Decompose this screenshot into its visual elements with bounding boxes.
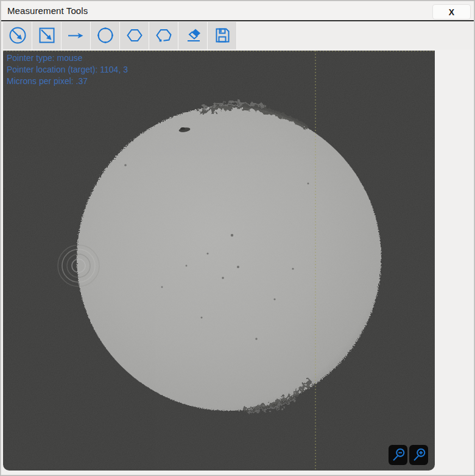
microns-per-pixel-text: Microns per pixel: .37 bbox=[7, 76, 128, 87]
magnifier-minus-icon bbox=[390, 447, 407, 464]
save-tool-button[interactable] bbox=[208, 22, 237, 49]
window-title: Measurement Tools bbox=[7, 5, 88, 16]
magnifier-plus-icon bbox=[410, 447, 427, 464]
eraser-icon bbox=[183, 26, 203, 45]
circle-diagonal-arrow-icon bbox=[8, 26, 27, 45]
open-polygon-tool-button[interactable] bbox=[149, 22, 178, 49]
open-polygon-icon bbox=[154, 26, 174, 45]
pointer-location-text: Pointer location (target): 1104, 3 bbox=[7, 64, 128, 76]
zoom-controls bbox=[389, 445, 428, 465]
line-measure-tool-button[interactable] bbox=[62, 22, 91, 49]
circle-tool-button[interactable] bbox=[91, 22, 120, 49]
zoom-out-button[interactable] bbox=[389, 445, 407, 465]
status-overlay: Pointer type: mouse Pointer location (ta… bbox=[7, 52, 128, 87]
square-diagonal-arrow-icon bbox=[37, 26, 57, 45]
arrow-right-icon bbox=[66, 26, 86, 45]
hexagon-icon bbox=[125, 26, 144, 45]
image-canvas[interactable]: Pointer type: mouse Pointer location (ta… bbox=[3, 51, 435, 471]
eraser-tool-button[interactable] bbox=[178, 22, 208, 49]
close-button[interactable]: X bbox=[432, 4, 471, 20]
measurement-tools-window: Measurement Tools X bbox=[1, 1, 474, 475]
circle-diameter-tool-button[interactable] bbox=[3, 22, 32, 49]
pointer-type-text: Pointer type: mouse bbox=[7, 52, 128, 64]
microscope-image bbox=[3, 51, 435, 471]
polygon-tool-button[interactable] bbox=[120, 22, 149, 49]
floppy-disk-icon bbox=[213, 26, 232, 45]
title-bar: Measurement Tools X bbox=[1, 1, 474, 21]
zoom-in-button[interactable] bbox=[409, 445, 428, 465]
rectangle-diagonal-tool-button[interactable] bbox=[32, 22, 62, 49]
circle-icon bbox=[96, 26, 115, 45]
toolbar bbox=[1, 21, 474, 49]
